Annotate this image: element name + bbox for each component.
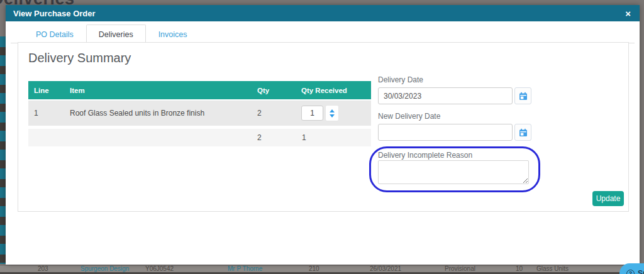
cell-qty-received [301,105,371,121]
cell-line: 1 [28,109,70,118]
new-delivery-date-group [378,124,531,141]
support-label: Support [638,269,644,274]
table-totals-row: 2 1 [28,129,371,146]
col-header-line: Line [28,87,70,94]
tab-po-details[interactable]: PO Details [23,25,86,43]
modal-header: View Purchase Order × [6,5,640,21]
background-cell: 210 [309,265,319,272]
delivery-date-calendar-button[interactable] [514,87,531,104]
background-cell: Provisional [445,265,475,272]
background-cell: Mr P Thorne [228,265,262,272]
incomplete-reason-label: Delivery Incomplete Reason [378,151,472,160]
spinner-up-icon[interactable] [330,109,335,112]
calendar-icon [519,128,528,137]
delivery-date-label: Delivery Date [378,75,423,84]
total-qty: 2 [257,133,301,142]
spinner-down-icon[interactable] [330,114,335,118]
question-icon: ? [626,270,635,274]
new-delivery-date-calendar-button[interactable] [514,124,531,141]
background-cell: Y06J0542 [145,265,174,272]
incomplete-reason-textarea[interactable] [378,160,529,184]
section-title: Delivery Summary [28,51,131,65]
quantity-stepper[interactable] [325,105,339,121]
tab-bar: PO Details Deliveries Invoices [11,24,635,43]
view-purchase-order-modal: View Purchase Order × PO Details Deliver… [6,5,640,265]
support-button[interactable]: ? Support [619,263,644,274]
background-cell: 26/03/2021 [370,265,401,272]
background-table-row: 203 Spurgeon Design Y06J0542 Mr P Thorne… [0,266,644,272]
background-cell: Spurgeon Design [80,265,129,272]
screen: Deliveries 203 Spurgeon Design Y06J0542 … [0,0,644,274]
close-icon: × [625,8,631,19]
col-header-qty: Qty [257,87,301,94]
calendar-icon [519,92,528,101]
cell-item: Roof Glass Sealed units in Bronze finish [70,109,257,118]
close-button[interactable]: × [624,9,632,18]
delivery-summary-card: Delivery Summary Line Item Qty Qty Recei… [18,42,629,212]
table-header-row: Line Item Qty Qty Received [28,81,371,99]
delivery-date-group [378,87,531,104]
background-cell: 10 [516,265,523,272]
modal-title: View Purchase Order [13,9,624,18]
delivery-table: Line Item Qty Qty Received 1 Roof Glass … [28,81,371,146]
qty-received-input[interactable] [301,106,323,121]
col-header-qty-received: Qty Received [301,87,371,94]
tab-deliveries[interactable]: Deliveries [86,25,146,43]
new-delivery-date-label: New Delivery Date [378,112,440,121]
new-delivery-date-input[interactable] [378,124,513,141]
background-cell: Glass Units [536,265,569,272]
table-row: 1 Roof Glass Sealed units in Bronze fini… [28,101,371,126]
update-button[interactable]: Update [592,191,624,206]
cell-qty: 2 [257,109,301,118]
background-sidebar-stripe [0,36,6,264]
delivery-date-input[interactable] [378,87,513,104]
tab-invoices[interactable]: Invoices [146,25,200,43]
col-header-item: Item [70,87,257,94]
total-qty-received: 1 [301,133,371,142]
background-cell: 203 [38,265,48,272]
